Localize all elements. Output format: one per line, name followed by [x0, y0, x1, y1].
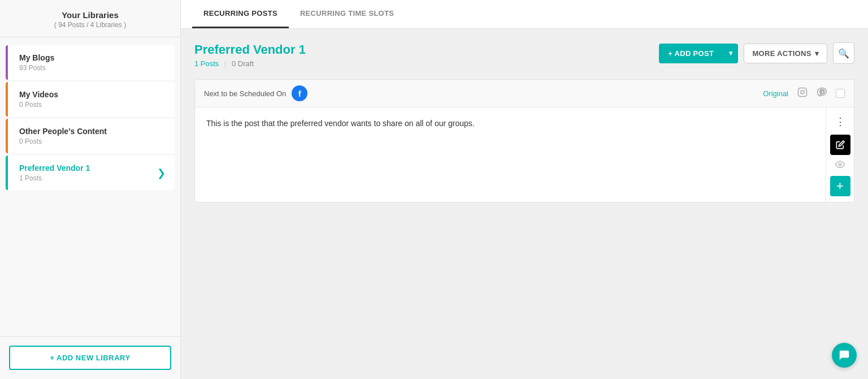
instagram-icon[interactable] [797, 87, 808, 100]
post-card-body: This is the post that the preferred vend… [195, 107, 854, 202]
post-card-header-right: Original [763, 87, 845, 100]
sidebar-footer: + ADD NEW LIBRARY [0, 336, 180, 379]
library-meta: 1 Posts | 0 Draft [194, 59, 306, 68]
select-checkbox[interactable] [836, 89, 845, 98]
caret-down-icon[interactable]: ▾ [723, 44, 738, 63]
post-actions-side: ⋮ + [826, 107, 854, 202]
draft-count: 0 Draft [232, 59, 254, 68]
dots-menu-icon[interactable]: ⋮ [833, 113, 848, 130]
sidebar-item-my-videos[interactable]: My Videos 0 Posts [6, 82, 175, 117]
post-card-header: Next to be Scheduled On f Original [195, 80, 854, 107]
facebook-icon: f [292, 85, 307, 101]
sidebar-header: Your Libraries ( 94 Posts / 4 Libraries … [0, 0, 180, 37]
post-text: This is the post that the preferred vend… [195, 107, 826, 202]
sidebar-item-my-blogs[interactable]: My Blogs 93 Posts [6, 45, 175, 80]
svg-point-2 [804, 89, 805, 91]
chat-bubble-button[interactable] [832, 343, 857, 368]
eye-icon[interactable] [835, 160, 845, 171]
edit-button[interactable] [830, 135, 850, 155]
sidebar-subtitle: ( 94 Posts / 4 Libraries ) [6, 21, 175, 29]
add-to-schedule-button[interactable]: + [830, 176, 850, 196]
main-content: RECURRING POSTS RECURRING TIME SLOTS Pre… [181, 0, 868, 379]
sidebar-item-other-content[interactable]: Other People's Content 0 Posts [6, 119, 175, 153]
content-area: Preferred Vendor 1 1 Posts | 0 Draft + A… [181, 29, 868, 379]
search-button[interactable]: 🔍 [833, 42, 854, 64]
original-link[interactable]: Original [763, 89, 788, 98]
search-icon: 🔍 [838, 48, 849, 59]
library-name: Other People's Content [19, 127, 163, 136]
library-name: My Videos [19, 90, 163, 99]
next-scheduled-label: Next to be Scheduled On [204, 89, 286, 98]
svg-point-1 [801, 91, 804, 94]
library-name: My Blogs [19, 53, 163, 62]
svg-point-3 [839, 163, 841, 165]
library-list: My Blogs 93 Posts My Videos 0 Posts Othe… [0, 37, 180, 336]
meta-separator: | [224, 59, 228, 68]
more-actions-label: MORE ACTIONS [752, 49, 811, 58]
library-count: 1 Posts [19, 174, 163, 182]
library-name: Preferred Vendor 1 [19, 163, 163, 173]
post-card: Next to be Scheduled On f Original [194, 79, 854, 203]
add-post-button[interactable]: + ADD POST ▾ [659, 44, 738, 63]
tab-recurring-posts[interactable]: RECURRING POSTS [192, 0, 289, 28]
tabs-bar: RECURRING POSTS RECURRING TIME SLOTS [181, 0, 868, 29]
add-library-button[interactable]: + ADD NEW LIBRARY [9, 346, 171, 370]
library-count: 0 Posts [19, 137, 163, 145]
sidebar: Your Libraries ( 94 Posts / 4 Libraries … [0, 0, 181, 379]
library-title-block: Preferred Vendor 1 1 Posts | 0 Draft [194, 42, 306, 68]
library-count: 93 Posts [19, 64, 163, 72]
sidebar-title: Your Libraries [6, 10, 175, 20]
add-post-label: + ADD POST [659, 44, 723, 63]
sidebar-item-preferred-vendor[interactable]: Preferred Vendor 1 1 Posts ❯ [6, 156, 175, 190]
posts-count: 1 Posts [194, 59, 219, 68]
pinterest-icon[interactable] [817, 87, 827, 100]
add-icon: + [836, 179, 844, 193]
chevron-right-icon: ❯ [157, 167, 166, 179]
header-actions: + ADD POST ▾ MORE ACTIONS ▾ 🔍 [659, 42, 854, 64]
more-actions-button[interactable]: MORE ACTIONS ▾ [744, 44, 827, 63]
library-content-title: Preferred Vendor 1 [194, 42, 306, 57]
svg-rect-0 [798, 88, 807, 97]
library-count: 0 Posts [19, 101, 163, 109]
tab-recurring-time-slots[interactable]: RECURRING TIME SLOTS [289, 0, 405, 28]
more-actions-caret-icon: ▾ [815, 49, 819, 58]
library-content-header: Preferred Vendor 1 1 Posts | 0 Draft + A… [194, 42, 854, 68]
